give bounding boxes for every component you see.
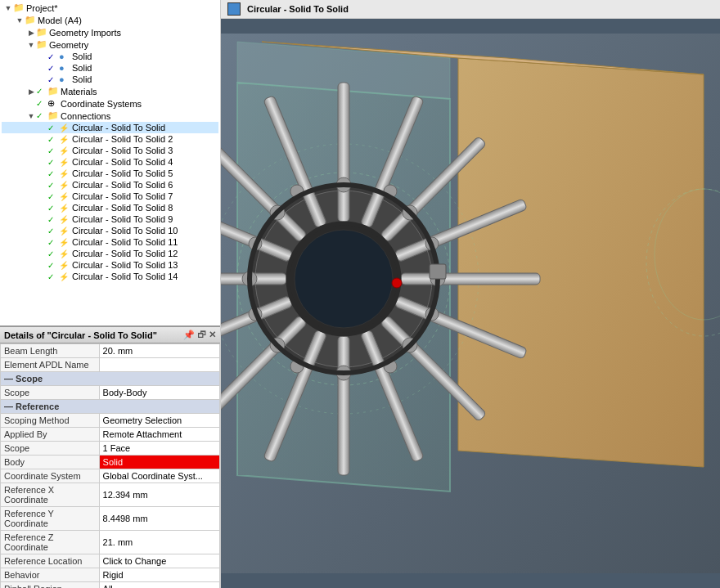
expand-icon[interactable] <box>38 180 47 190</box>
view-header: Circular - Solid To Solid <box>221 0 720 19</box>
tree-item-materials[interactable]: ▶✓📁Materials <box>2 85 218 97</box>
expand-icon[interactable] <box>38 157 47 167</box>
expand-icon[interactable]: ▶ <box>26 28 36 38</box>
details-panel: Details of "Circular - Solid To Solid" 📌… <box>0 326 220 588</box>
expand-icon[interactable] <box>38 146 47 155</box>
svg-marker-1 <box>458 58 704 467</box>
expand-icon[interactable]: ▼ <box>3 3 13 13</box>
tree-item-conn5[interactable]: ✓⚡Circular - Solid To Solid 5 <box>2 168 218 179</box>
tree-item-conn4[interactable]: ✓⚡Circular - Solid To Solid 4 <box>2 156 218 168</box>
item-icon-connection: ⚡ <box>59 158 72 167</box>
tree-item-label-conn6: Circular - Solid To Solid 6 <box>72 180 173 190</box>
view-canvas[interactable] <box>221 19 720 588</box>
item-icon-folder: 📁 <box>47 86 61 97</box>
item-icon-folder: 📁 <box>25 15 38 25</box>
tree-item-label-geometry: Geometry <box>49 40 88 50</box>
check-icon: ✓ <box>47 227 59 236</box>
tree-item-conn13[interactable]: ✓⚡Circular - Solid To Solid 13 <box>2 259 218 271</box>
item-icon-connection: ⚡ <box>59 215 72 224</box>
item-icon-solid: ● <box>59 63 72 73</box>
tree-item-label-coord: Coordinate Systems <box>61 99 142 109</box>
tree-item-solid2[interactable]: ✓●Solid <box>2 62 218 74</box>
tree-item-coord[interactable]: ✓⊕Coordinate Systems <box>2 97 218 110</box>
tree-item-model[interactable]: ▼📁Model (A4) <box>2 14 218 26</box>
check-icon: ✓ <box>47 52 59 61</box>
details-row: Applied ByRemote Attachment <box>1 428 220 442</box>
tree-item-conn14[interactable]: ✓⚡Circular - Solid To Solid 14 <box>2 271 218 282</box>
item-icon-connection: ⚡ <box>59 123 72 132</box>
expand-icon[interactable] <box>38 260 47 270</box>
tree-item-geometry[interactable]: ▼📁Geometry <box>2 38 218 51</box>
tree-scroll[interactable]: ▼📁Project*▼📁Model (A4)▶📁Geometry Imports… <box>2 2 218 324</box>
tree-item-project[interactable]: ▼📁Project* <box>2 2 218 14</box>
expand-icon[interactable] <box>38 123 47 132</box>
detail-label: Behavior <box>1 568 100 582</box>
expand-icon[interactable]: ▼ <box>26 40 36 50</box>
tree-item-label-conn13: Circular - Solid To Solid 13 <box>72 260 178 270</box>
detail-value: 21. mm <box>99 531 219 554</box>
tree-item-conn2[interactable]: ✓⚡Circular - Solid To Solid 2 <box>2 133 218 145</box>
item-icon-folder: 📁 <box>36 39 49 50</box>
detail-value[interactable]: Click to Change <box>99 554 219 568</box>
tree-item-geo-imports[interactable]: ▶📁Geometry Imports <box>2 26 218 38</box>
section-header-label: — Scope <box>1 372 220 386</box>
expand-icon[interactable] <box>38 214 47 224</box>
check-icon: ✓ <box>47 215 59 224</box>
details-row: Reference Y Coordinate8.4498 mm <box>1 507 220 531</box>
svg-point-46 <box>392 278 402 288</box>
tree-item-label-conn4: Circular - Solid To Solid 4 <box>72 157 173 167</box>
expand-icon[interactable] <box>38 272 47 281</box>
tree-item-conn12[interactable]: ✓⚡Circular - Solid To Solid 12 <box>2 248 218 259</box>
expand-icon[interactable] <box>38 52 47 61</box>
tree-item-conn3[interactable]: ✓⚡Circular - Solid To Solid 3 <box>2 145 218 156</box>
details-title: Details of "Circular - Solid To Solid" <box>4 330 157 340</box>
close-icon[interactable]: ✕ <box>209 330 216 340</box>
expand-icon[interactable]: ▼ <box>26 111 36 121</box>
tree-item-solid3[interactable]: ✓●Solid <box>2 74 218 85</box>
expand-icon[interactable] <box>38 63 47 73</box>
tree-item-conn9[interactable]: ✓⚡Circular - Solid To Solid 9 <box>2 213 218 225</box>
details-row: — Reference <box>1 400 220 414</box>
expand-icon[interactable] <box>38 226 47 236</box>
tree-item-conn8[interactable]: ✓⚡Circular - Solid To Solid 8 <box>2 202 218 213</box>
tree-item-conn7[interactable]: ✓⚡Circular - Solid To Solid 7 <box>2 191 218 202</box>
expand-icon[interactable]: ▶ <box>26 87 36 97</box>
tree-item-conn11[interactable]: ✓⚡Circular - Solid To Solid 11 <box>2 236 218 248</box>
tree-item-label-conn9: Circular - Solid To Solid 9 <box>72 214 173 224</box>
tree-item-label-conn14: Circular - Solid To Solid 14 <box>72 272 178 281</box>
svg-rect-20 <box>338 336 349 475</box>
dock-icon[interactable]: 🗗 <box>197 330 206 340</box>
expand-icon[interactable] <box>38 134 47 144</box>
detail-label: Scoping Method <box>1 414 100 428</box>
item-icon-solid: ● <box>59 74 72 84</box>
expand-icon[interactable] <box>38 237 47 247</box>
tree-item-conn1[interactable]: ✓⚡Circular - Solid To Solid <box>2 122 218 133</box>
expand-icon[interactable] <box>38 168 47 178</box>
detail-value: Remote Attachment <box>99 428 219 442</box>
pin-icon[interactable]: 📌 <box>183 330 195 340</box>
tree-item-label-geo-imports: Geometry Imports <box>49 28 121 38</box>
detail-value: All <box>99 582 219 589</box>
detail-value[interactable]: Solid <box>99 456 219 469</box>
tree-item-connections[interactable]: ▼✓📁Connections <box>2 110 218 122</box>
detail-value <box>99 358 219 372</box>
detail-label: Pinball Region <box>1 582 100 589</box>
check-icon: ✓ <box>47 146 59 155</box>
tree-item-conn10[interactable]: ✓⚡Circular - Solid To Solid 10 <box>2 225 218 236</box>
expand-icon[interactable] <box>38 249 47 258</box>
expand-icon[interactable] <box>26 99 36 109</box>
expand-icon[interactable] <box>38 74 47 84</box>
detail-value: 12.394 mm <box>99 483 219 507</box>
expand-icon[interactable]: ▼ <box>15 16 25 25</box>
svg-rect-47 <box>430 264 446 279</box>
details-row: Scope1 Face <box>1 442 220 456</box>
expand-icon[interactable] <box>38 203 47 213</box>
details-row: — Scope <box>1 372 220 386</box>
item-icon-connection: ⚡ <box>59 238 72 247</box>
item-icon-connection: ⚡ <box>59 204 72 213</box>
tree-item-label-conn5: Circular - Solid To Solid 5 <box>72 168 173 178</box>
detail-label: Reference X Coordinate <box>1 483 100 507</box>
tree-item-solid1[interactable]: ✓●Solid <box>2 51 218 62</box>
tree-item-conn6[interactable]: ✓⚡Circular - Solid To Solid 6 <box>2 179 218 191</box>
expand-icon[interactable] <box>38 191 47 201</box>
